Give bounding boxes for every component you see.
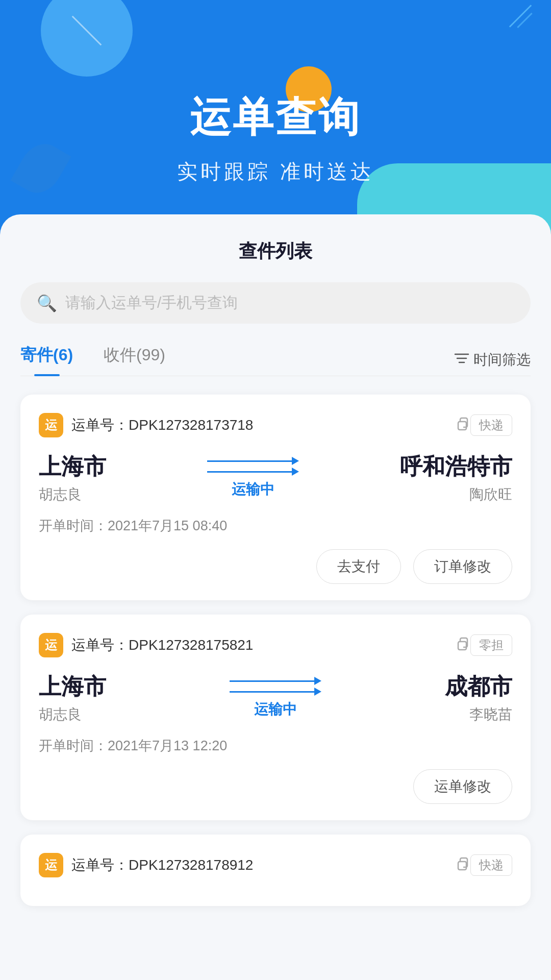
order-icon-1: 运 (39, 413, 63, 437)
to-city-2: 成都市 李晓苗 (445, 672, 512, 724)
route-arrow-2: 运输中 (106, 677, 445, 719)
tab-bar: 寄件(6) 收件(99) 时间筛选 (20, 344, 531, 376)
hero-section: 运单查询 实时跟踪 准时送达 (0, 0, 551, 245)
svg-rect-3 (458, 422, 466, 430)
deco-leaf-bl (10, 136, 71, 201)
filter-icon (454, 351, 469, 369)
shipment-card-2: 运 运单号：DPK127328175821 零担 上海市 胡志良 (20, 615, 531, 820)
search-placeholder-text: 请输入运单号/手机号查询 (65, 292, 238, 313)
tab-send[interactable]: 寄件(6) (20, 344, 73, 376)
tab-receive[interactable]: 收件(99) (104, 344, 165, 376)
order-icon-3: 运 (39, 853, 63, 877)
svg-rect-4 (458, 642, 466, 650)
deco-circle-tl (41, 0, 133, 77)
waybill-number-1: 运单号：DPK127328173718 (71, 415, 449, 435)
action-row-1: 去支付 订单修改 (39, 549, 512, 584)
svg-rect-5 (458, 862, 466, 870)
shipment-type-badge-1: 快递 (470, 414, 512, 436)
route-arrow-1: 运输中 (106, 457, 400, 499)
action-row-2: 运单修改 (39, 769, 512, 804)
route-section-1: 上海市 胡志良 运输中 呼和浩特市 陶欣旺 (39, 452, 512, 504)
edit-order-button-1[interactable]: 订单修改 (413, 549, 512, 584)
copy-icon-1[interactable] (454, 415, 470, 435)
search-icon: 🔍 (37, 293, 57, 313)
copy-icon-2[interactable] (454, 635, 470, 655)
page-title: 运单查询 (190, 90, 361, 145)
pay-button-1[interactable]: 去支付 (316, 549, 401, 584)
search-bar[interactable]: 🔍 请输入运单号/手机号查询 (20, 282, 531, 324)
open-time-1: 开单时间：2021年7月15 08:40 (39, 517, 512, 535)
open-time-2: 开单时间：2021年7月13 12:20 (39, 737, 512, 755)
from-city-2: 上海市 胡志良 (39, 672, 106, 724)
shipment-header-1: 运 运单号：DPK127328173718 快递 (39, 413, 512, 437)
shipment-header-3: 运 运单号：DPK127328178912 快递 (39, 853, 512, 877)
copy-icon-3[interactable] (454, 855, 470, 875)
waybill-number-2: 运单号：DPK127328175821 (71, 635, 449, 655)
filter-label: 时间筛选 (473, 350, 531, 370)
waybill-number-3: 运单号：DPK127328178912 (71, 855, 449, 875)
main-card: 查件列表 🔍 请输入运单号/手机号查询 寄件(6) 收件(99) 时间筛选 运 … (0, 214, 551, 980)
order-icon-2: 运 (39, 633, 63, 657)
card-title: 查件列表 (20, 239, 531, 264)
time-filter-button[interactable]: 时间筛选 (454, 350, 531, 370)
shipment-type-badge-2: 零担 (470, 634, 512, 656)
route-section-2: 上海市 胡志良 运输中 成都市 李晓苗 (39, 672, 512, 724)
shipment-card-1: 运 运单号：DPK127328173718 快递 上海市 胡志良 (20, 395, 531, 600)
shipment-header-2: 运 运单号：DPK127328175821 零担 (39, 633, 512, 657)
to-city-1: 呼和浩特市 陶欣旺 (400, 452, 512, 504)
shipment-type-badge-3: 快递 (470, 854, 512, 876)
edit-waybill-button-2[interactable]: 运单修改 (413, 769, 512, 804)
deco-line-tr (509, 5, 532, 28)
from-city-1: 上海市 胡志良 (39, 452, 106, 504)
page-subtitle: 实时跟踪 准时送达 (177, 158, 373, 186)
shipment-card-3-partial: 运 运单号：DPK127328178912 快递 (20, 835, 531, 906)
